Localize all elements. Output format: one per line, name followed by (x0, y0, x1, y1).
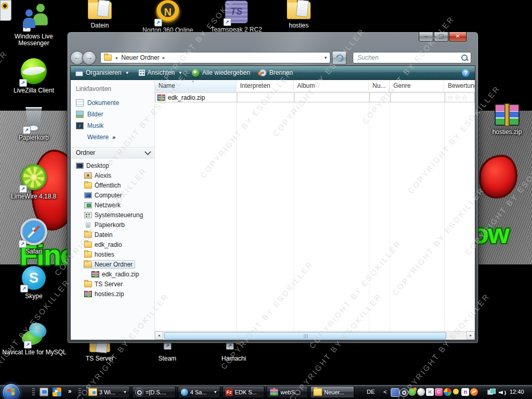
column-gridline (369, 91, 369, 331)
show-desktop-icon[interactable] (39, 388, 48, 396)
desktop-icon-hosties-zip[interactable]: hosties.zip (483, 104, 531, 136)
desktop-icon-messenger[interactable]: Windows Live Messenger (3, 3, 65, 47)
tree-item-systemsteuerung[interactable]: Systemsteuerung (76, 210, 154, 220)
maximize-button[interactable]: ▢ (434, 32, 448, 42)
folder-icon (84, 281, 92, 287)
column-header-genre[interactable]: Genre (390, 80, 444, 91)
forward-button[interactable]: → (82, 51, 96, 65)
address-dropdown-icon[interactable]: ▾ (322, 55, 329, 60)
taskbar-button-neuer-ordner[interactable]: Neuer... (310, 386, 354, 398)
scroll-right-button[interactable]: ▸ (467, 331, 475, 340)
column-header-bewertung[interactable]: Bewertung (444, 80, 475, 91)
tree-item-hosties-zip[interactable]: hosties.zip (76, 289, 154, 299)
desktop-icon-hosties[interactable]: hosties (273, 2, 325, 29)
taskbar-button-filezilla[interactable]: Fz EDK S... (222, 386, 264, 398)
tree-item-computer[interactable]: Computer (76, 190, 154, 200)
documents-icon (76, 99, 84, 107)
address-bar[interactable]: ▸ Neuer Ordner ▸ ▾ (100, 52, 330, 63)
desktop-icon-safari[interactable]: Safari (3, 218, 65, 255)
sidebar-item-weitere[interactable]: Weitere » (76, 131, 154, 143)
desktop-icon-norton[interactable]: Norton 360 Online (139, 0, 196, 34)
desktop-icon-skype[interactable]: Skype (3, 266, 65, 300)
toolbar-grip[interactable] (78, 388, 81, 396)
sidebar-item-bilder[interactable]: Bilder (76, 109, 154, 120)
language-indicator[interactable]: DE (367, 389, 375, 395)
scroll-left-button[interactable]: ◂ (155, 331, 163, 340)
search-icon[interactable] (461, 55, 468, 61)
tray-n-badge-icon[interactable]: n (461, 388, 469, 396)
filezilla-icon: Fz (225, 389, 233, 396)
organize-menu-button[interactable]: Organisieren ▼ (71, 66, 134, 79)
close-button[interactable]: × (449, 32, 467, 42)
column-header-album[interactable]: Album (294, 80, 369, 91)
burn-button[interactable]: Brennen (255, 66, 297, 79)
taskbar-button-group-2[interactable]: 4 Sa... ▼ (178, 386, 220, 398)
minimize-button[interactable]: – (419, 32, 433, 42)
column-gridline (294, 91, 294, 331)
file-row-edk-radio-zip[interactable]: edk_radio.zip ☆☆☆ (155, 92, 475, 102)
tree-item-edk-radio-zip[interactable]: edk_radio.zip (76, 269, 154, 279)
tree-item-hosties[interactable]: hosties (76, 249, 154, 259)
shortcut-arrow-icon (226, 342, 234, 350)
refresh-button[interactable] (332, 51, 347, 64)
tree-item-oeffentlich[interactable]: Öffentlich (76, 180, 154, 190)
start-button[interactable] (2, 383, 20, 399)
tree-item-papierkorb[interactable]: Papierkorb (76, 220, 154, 230)
desktop-icon-navicat[interactable]: Navicat Lite for MySQL (0, 323, 69, 356)
breadcrumb-separator-icon: ▸ (116, 55, 118, 60)
toolbar-grip[interactable] (32, 388, 35, 396)
play-icon (192, 69, 200, 77)
tray-c-badge-icon[interactable]: C (435, 388, 443, 396)
column-header-nummer[interactable]: Nu... (369, 80, 390, 91)
column-header-name[interactable]: ▴ Name (155, 80, 236, 91)
folders-band[interactable]: Ordner (71, 147, 154, 158)
horizontal-scrollbar[interactable]: ◂ ▸ (155, 331, 475, 340)
desktop: Fine ow Datein Norton 360 Online Teamspe… (0, 0, 532, 399)
tree-item-edk-radio[interactable]: edk_radio (76, 240, 154, 249)
quicklaunch-overflow-icon[interactable]: » (68, 388, 72, 395)
tray-orange-badge-icon[interactable] (470, 388, 478, 396)
window-titlebar[interactable]: – ▢ × (70, 32, 475, 50)
column-header-interpreten[interactable]: Interpreten (236, 80, 294, 91)
help-button[interactable]: ? (462, 69, 470, 77)
tray-color-wheel-icon[interactable] (444, 388, 451, 396)
tree-item-ts-server[interactable]: TS Server (76, 279, 154, 289)
sidebar-item-dokumente[interactable]: Dokumente (76, 97, 154, 109)
scrollbar-thumb[interactable] (164, 332, 446, 339)
tree-item-datein[interactable]: Datein (76, 230, 154, 240)
tree-item-alexis[interactable]: Alexis (76, 170, 154, 180)
taskbar-clock[interactable]: 12:40 (510, 389, 524, 395)
desktop-icon-livezilla[interactable]: LiveZilla Client (3, 58, 65, 94)
media-player-icon[interactable] (52, 388, 61, 396)
search-input[interactable] (356, 54, 461, 62)
windows-flag-icon (7, 388, 15, 395)
network-status-icon[interactable] (487, 389, 496, 395)
tray-livezilla-icon[interactable] (408, 388, 416, 396)
desktop-icon-limewire[interactable]: LimeWire 4.18.8 (3, 164, 65, 200)
explorer-window: – ▢ × ← → ▸ Neuer Ordner ▸ ▾ (68, 32, 478, 343)
desktop-icon-papierkorb[interactable]: Papierkorb (3, 107, 65, 141)
tray-close-x-icon[interactable]: ✕ (426, 388, 434, 396)
tray-expand-icon[interactable]: < (383, 389, 387, 395)
taskbar-button-explorer-group[interactable]: 3 Wi... ▼ (85, 386, 130, 398)
desktop-icon-datein[interactable]: Datein (74, 2, 126, 29)
tree-item-desktop[interactable]: Desktop (76, 161, 154, 170)
tray-steam-icon[interactable] (400, 388, 408, 397)
network-icon (84, 202, 92, 208)
desktop-icon-teamspeak[interactable]: Teamspeak 2 RC2 (208, 1, 265, 33)
rating-stars[interactable]: ☆☆☆ (447, 94, 475, 101)
search-box[interactable] (353, 52, 471, 63)
tray-sphere-icon[interactable] (417, 388, 425, 396)
taskbar-button-winrar[interactable]: webS... (267, 386, 308, 398)
volume-icon[interactable] (499, 389, 506, 395)
taskbar-button-steam[interactable]: =[D.S.... (132, 386, 176, 398)
tree-item-netzwerk[interactable]: Netzwerk (76, 200, 154, 210)
breadcrumb[interactable]: Neuer Ordner (122, 54, 159, 61)
tray-moon-icon[interactable] (453, 388, 460, 396)
sidebar-item-musik[interactable]: ♪ Musik (76, 120, 154, 131)
folder-icon (84, 232, 92, 238)
tray-monitor-icon[interactable] (391, 388, 400, 397)
views-menu-button[interactable]: Ansichten ▼ (134, 66, 188, 79)
play-all-button[interactable]: Alle wiedergeben (187, 66, 255, 79)
tree-item-neuer-ordner[interactable]: Neuer Ordner (76, 259, 154, 269)
